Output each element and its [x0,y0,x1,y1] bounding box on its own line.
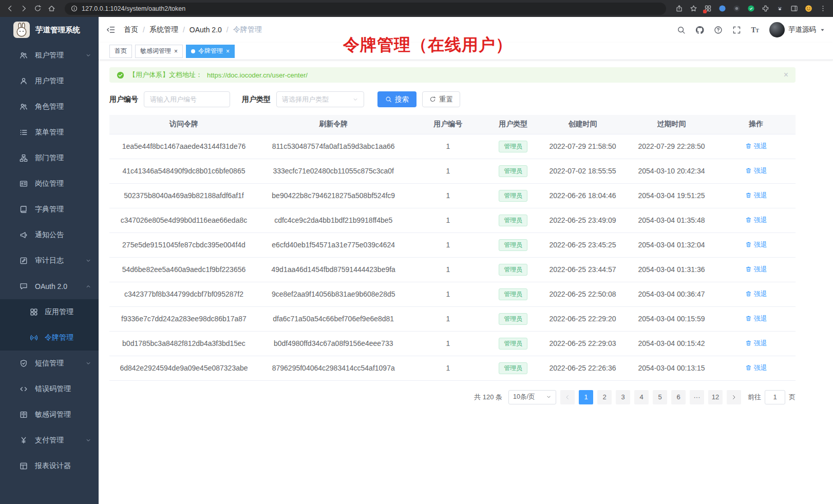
shield-icon [20,359,28,367]
tab-sensitive-word[interactable]: 敏感词管理× [135,45,183,58]
sidebar-item-error-code[interactable]: 错误码管理 [0,376,99,402]
app-logo[interactable]: 芋道管理系统 [0,17,99,43]
search-button[interactable]: 搜索 [377,91,416,107]
page-size-select[interactable]: 10条/页 [508,390,556,404]
user-type-badge: 管理员 [499,141,527,152]
extension-icon[interactable] [776,5,784,12]
sidebar-item-sensitive-word[interactable]: 敏感词管理 [0,402,99,428]
force-logout-button[interactable]: 强退 [745,166,767,176]
force-logout-button[interactable]: 强退 [745,191,767,200]
url-text: 127.0.0.1:1024/system/oauth2/token [82,5,185,12]
page-button-2[interactable]: 2 [597,390,612,404]
sidebar: 芋道管理系统 租户管理用户管理角色管理菜单管理部门管理岗位管理字典管理通知公告审… [0,17,99,504]
bookmark-star-icon[interactable] [690,5,697,12]
user-id-cell: 1 [409,331,488,356]
column-header: 操作 [716,115,796,134]
page-button-5[interactable]: 5 [653,390,667,404]
force-logout-label: 强退 [754,265,767,274]
alert-close-icon[interactable]: × [784,70,788,80]
browser-back-icon[interactable] [6,5,14,12]
breadcrumb-item[interactable]: OAuth 2.0 [190,26,222,34]
user-icon [20,77,28,85]
share-icon[interactable] [675,5,683,12]
force-logout-button[interactable]: 强退 [745,216,767,225]
force-logout-button[interactable]: 强退 [745,363,767,373]
tab-token[interactable]: 令牌管理× [186,45,235,58]
address-bar[interactable]: 127.0.0.1:1024/system/oauth2/token [65,3,666,15]
expire-time-cell: 2054-03-04 01:31:36 [627,257,717,282]
pagination-total: 共 120 条 [474,393,502,402]
pager-more-button[interactable]: ··· [690,390,704,404]
github-icon[interactable] [695,26,704,34]
action-cell: 强退 [716,208,796,232]
page-button-3[interactable]: 3 [616,390,630,404]
help-icon[interactable] [714,26,723,34]
search-icon[interactable] [677,26,686,34]
sidebar-item-tenant[interactable]: 租户管理 [0,43,99,68]
prev-page-button[interactable] [560,390,575,404]
sidebar-item-sms[interactable]: 短信管理 [0,351,99,376]
extension-icon[interactable] [733,5,741,12]
refresh-token-cell: cdfc4ce9c2da4bb1bdf21b9918ff4be5 [258,208,409,232]
access-token-cell: 275e5de9151045fe87cbdc395e004f4d [109,232,258,257]
site-info-icon[interactable] [71,5,78,12]
sidebar-item-post[interactable]: 岗位管理 [0,171,99,197]
page-button-1[interactable]: 1 [579,390,593,404]
sidebar-item-user[interactable]: 用户管理 [0,68,99,94]
sidebar-item-dict[interactable]: 字典管理 [0,197,99,222]
extensions-puzzle-icon[interactable] [762,5,769,12]
browser-home-icon[interactable] [48,5,55,12]
sidebar-item-oauth2-token[interactable]: 令牌管理 [0,325,99,351]
profile-avatar-icon[interactable] [805,5,812,12]
breadcrumb-item[interactable]: 系统管理 [149,25,178,34]
sidebar-item-label: 通知公告 [35,230,64,240]
sidebar-item-oauth2[interactable]: OAuth 2.0 [0,274,99,299]
user-id-cell: 1 [409,232,488,257]
sidebar-item-pay[interactable]: 支付管理 [0,428,99,453]
sidebar-item-role[interactable]: 角色管理 [0,94,99,120]
sidebar-item-audit-log[interactable]: 审计日志 [0,248,99,274]
doc-link[interactable]: https://doc.iocoder.cn/user-center/ [207,71,308,79]
sidebar-item-menu[interactable]: 菜单管理 [0,120,99,145]
breadcrumb-item: 令牌管理 [233,25,262,34]
browser-reload-icon[interactable] [34,5,42,12]
breadcrumb-separator: / [226,26,229,34]
tab-home[interactable]: 首页 [109,45,132,58]
user-type-label: 用户类型 [242,95,271,104]
extension-icon[interactable] [747,5,755,12]
delete-icon [745,340,752,346]
extension-icon[interactable] [704,5,712,12]
sidebar-item-oauth2-application[interactable]: 应用管理 [0,299,99,325]
force-logout-button[interactable]: 强退 [745,339,767,348]
text-size-icon[interactable]: TT [751,26,760,34]
user-menu[interactable]: 芋道源码 [769,22,825,37]
force-logout-button[interactable]: 强退 [745,289,767,299]
tab-close-icon[interactable]: × [174,48,178,54]
reset-button[interactable]: 重置 [422,91,460,107]
force-logout-button[interactable]: 强退 [745,142,767,151]
tab-close-icon[interactable]: × [226,48,230,54]
extension-icon[interactable] [718,5,726,12]
force-logout-button[interactable]: 强退 [745,314,767,323]
sidebar-collapse-icon[interactable] [106,25,116,34]
force-logout-button[interactable]: 强退 [745,265,767,274]
user-id-input[interactable] [144,91,230,107]
goto-page-input[interactable] [765,390,785,404]
fullscreen-icon[interactable] [732,26,741,34]
user-id-cell: 1 [409,306,488,331]
chevron-down-icon [352,96,358,103]
page-button-6[interactable]: 6 [671,390,686,404]
sidebar-item-notice[interactable]: 通知公告 [0,222,99,248]
browser-menu-icon[interactable] [819,5,827,12]
sidebar-item-dept[interactable]: 部门管理 [0,145,99,171]
force-logout-button[interactable]: 强退 [745,240,767,249]
user-type-cell: 管理员 [487,208,539,232]
breadcrumb-item[interactable]: 首页 [124,25,138,34]
next-page-button[interactable] [727,390,741,404]
sidebar-item-report-designer[interactable]: 报表设计器 [0,453,99,479]
browser-forward-icon[interactable] [20,5,28,12]
user-type-select[interactable]: 请选择用户类型 [276,91,364,107]
page-button-4[interactable]: 4 [634,390,649,404]
sidebar-toggle-icon[interactable] [790,5,798,12]
page-button-12[interactable]: 12 [708,390,723,404]
